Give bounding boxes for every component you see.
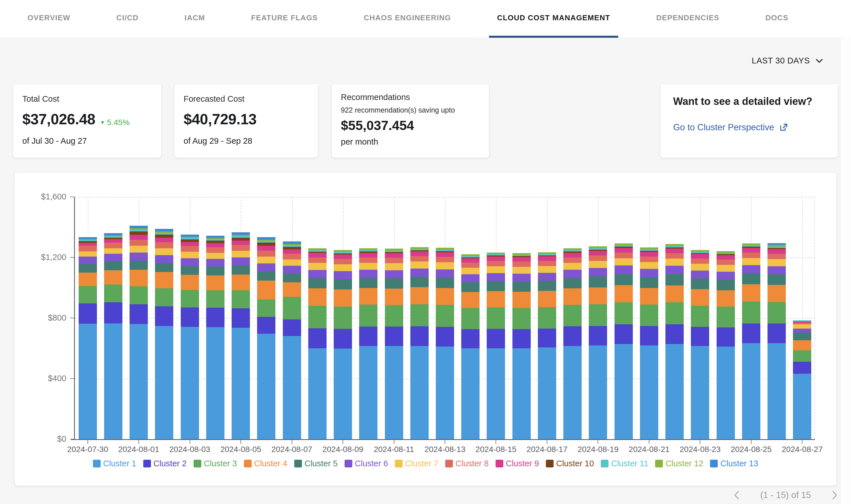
bar-segment-cluster-3[interactable]: [691, 306, 709, 327]
bar-segment-cluster-1[interactable]: [410, 346, 429, 439]
bar-segment-cluster-10[interactable]: [232, 238, 250, 240]
bar-segment-cluster-7[interactable]: [257, 256, 275, 264]
bar-segment-cluster-7[interactable]: [104, 248, 122, 254]
bar-segment-cluster-1[interactable]: [563, 346, 581, 439]
bar-2024-08-26[interactable]: [767, 243, 786, 439]
bar-segment-cluster-5[interactable]: [359, 278, 378, 288]
bar-segment-cluster-9[interactable]: [487, 256, 505, 261]
bar-segment-cluster-4[interactable]: [487, 291, 505, 307]
bar-segment-cluster-5[interactable]: [538, 281, 556, 291]
bar-segment-cluster-2[interactable]: [334, 329, 352, 348]
bar-segment-cluster-2[interactable]: [717, 327, 735, 346]
bar-segment-cluster-9[interactable]: [385, 253, 403, 258]
bar-segment-cluster-9[interactable]: [283, 249, 301, 254]
bar-segment-cluster-9[interactable]: [129, 235, 148, 240]
bar-segment-cluster-8[interactable]: [308, 257, 327, 263]
bar-segment-cluster-1[interactable]: [767, 343, 786, 439]
bar-2024-08-09[interactable]: [334, 250, 352, 439]
bar-segment-cluster-5[interactable]: [436, 278, 454, 288]
bar-segment-cluster-6[interactable]: [563, 270, 581, 278]
bar-segment-cluster-3[interactable]: [104, 285, 122, 303]
bar-segment-cluster-4[interactable]: [640, 288, 658, 305]
bar-segment-cluster-3[interactable]: [385, 305, 403, 327]
bar-segment-cluster-1[interactable]: [308, 348, 327, 439]
bar-segment-cluster-2[interactable]: [359, 327, 378, 346]
bar-segment-cluster-4[interactable]: [767, 285, 786, 302]
bar-segment-cluster-4[interactable]: [513, 292, 531, 308]
bar-segment-cluster-13[interactable]: [232, 232, 250, 235]
bar-segment-cluster-4[interactable]: [742, 284, 760, 302]
bar-segment-cluster-9[interactable]: [104, 239, 122, 242]
bar-2024-08-18[interactable]: [563, 248, 581, 439]
tab-chaos-engineering[interactable]: CHAOS ENGINEERING: [356, 0, 459, 38]
bar-segment-cluster-6[interactable]: [691, 271, 709, 278]
bar-segment-cluster-13[interactable]: [283, 241, 301, 244]
bar-segment-cluster-5[interactable]: [691, 278, 709, 289]
bar-segment-cluster-6[interactable]: [232, 257, 250, 266]
bar-segment-cluster-3[interactable]: [283, 297, 301, 320]
bar-segment-cluster-3[interactable]: [538, 307, 556, 328]
bar-segment-cluster-13[interactable]: [79, 237, 97, 239]
bar-segment-cluster-3[interactable]: [640, 305, 658, 326]
bar-segment-cluster-1[interactable]: [614, 344, 633, 439]
bar-segment-cluster-3[interactable]: [410, 304, 429, 326]
bar-segment-cluster-8[interactable]: [104, 242, 122, 248]
bar-segment-cluster-8[interactable]: [359, 257, 378, 263]
bar-segment-cluster-9[interactable]: [79, 243, 97, 246]
bar-2024-08-01[interactable]: [129, 226, 148, 439]
bar-2024-08-21[interactable]: [640, 248, 658, 439]
bar-segment-cluster-3[interactable]: [742, 302, 760, 323]
bar-segment-cluster-7[interactable]: [359, 263, 378, 270]
bar-segment-cluster-1[interactable]: [181, 327, 199, 439]
bar-segment-cluster-4[interactable]: [793, 340, 811, 350]
bar-segment-cluster-8[interactable]: [563, 257, 581, 263]
bar-segment-cluster-3[interactable]: [79, 286, 97, 303]
bar-segment-cluster-2[interactable]: [257, 317, 275, 334]
bar-segment-cluster-8[interactable]: [513, 262, 531, 267]
bar-segment-cluster-7[interactable]: [717, 265, 735, 272]
bar-segment-cluster-9[interactable]: [206, 243, 224, 247]
bar-segment-cluster-8[interactable]: [257, 251, 275, 256]
bar-segment-cluster-2[interactable]: [461, 329, 480, 348]
bar-segment-cluster-3[interactable]: [461, 308, 480, 329]
bar-segment-cluster-1[interactable]: [640, 345, 658, 439]
bar-segment-cluster-8[interactable]: [487, 261, 505, 266]
bar-2024-07-31[interactable]: [104, 233, 122, 439]
bar-segment-cluster-5[interactable]: [181, 266, 199, 275]
bar-segment-cluster-6[interactable]: [206, 259, 224, 267]
bar-segment-cluster-1[interactable]: [79, 324, 97, 439]
bar-segment-cluster-9[interactable]: [155, 238, 173, 242]
bar-segment-cluster-4[interactable]: [104, 270, 122, 285]
legend-item-cluster-1[interactable]: Cluster 1: [93, 459, 136, 468]
bar-segment-cluster-8[interactable]: [767, 254, 786, 259]
bar-segment-cluster-4[interactable]: [232, 274, 250, 290]
bar-segment-cluster-13[interactable]: [155, 229, 173, 231]
bar-2024-08-08[interactable]: [308, 248, 327, 439]
bar-segment-cluster-9[interactable]: [513, 257, 531, 262]
bar-segment-cluster-4[interactable]: [385, 289, 403, 305]
bar-segment-cluster-2[interactable]: [665, 324, 684, 344]
bar-segment-cluster-10[interactable]: [283, 247, 301, 249]
bar-segment-cluster-1[interactable]: [487, 348, 505, 439]
bar-segment-cluster-1[interactable]: [359, 346, 378, 439]
bar-segment-cluster-3[interactable]: [767, 302, 786, 323]
bar-segment-cluster-13[interactable]: [129, 226, 148, 229]
bar-segment-cluster-3[interactable]: [563, 305, 581, 326]
bar-segment-cluster-10[interactable]: [155, 235, 173, 238]
bar-segment-cluster-5[interactable]: [614, 274, 633, 285]
bar-segment-cluster-1[interactable]: [717, 346, 735, 439]
bar-segment-cluster-6[interactable]: [589, 268, 607, 276]
bar-segment-cluster-1[interactable]: [436, 346, 454, 439]
bar-segment-cluster-6[interactable]: [742, 265, 760, 273]
bar-segment-cluster-8[interactable]: [181, 246, 199, 252]
bar-segment-cluster-9[interactable]: [538, 256, 556, 260]
bar-segment-cluster-8[interactable]: [385, 258, 403, 263]
bar-segment-cluster-9[interactable]: [640, 252, 658, 256]
tab-docs[interactable]: DOCS: [758, 0, 796, 38]
bar-segment-cluster-4[interactable]: [589, 287, 607, 304]
bar-segment-cluster-2[interactable]: [385, 327, 403, 346]
bar-segment-cluster-6[interactable]: [359, 270, 378, 278]
bar-segment-cluster-5[interactable]: [410, 277, 429, 287]
bar-2024-08-04[interactable]: [206, 236, 224, 439]
bar-segment-cluster-7[interactable]: [589, 261, 607, 268]
